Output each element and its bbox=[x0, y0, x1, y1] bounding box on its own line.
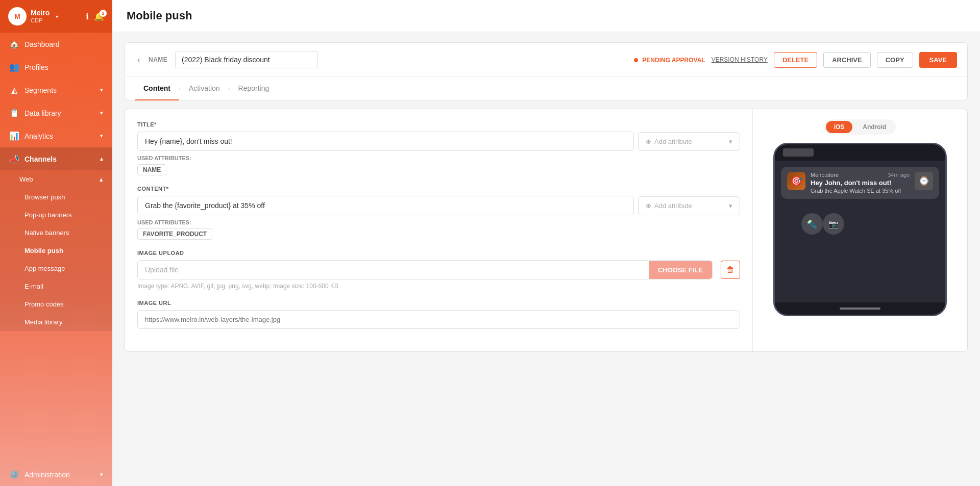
sidebar-item-analytics[interactable]: 📊 Analytics ▾ bbox=[0, 124, 112, 147]
sidebar-item-native-banners[interactable]: Native banners bbox=[0, 224, 112, 242]
name-label: NAME bbox=[149, 56, 169, 63]
tab-activation-label: Activation bbox=[189, 84, 220, 92]
sidebar-item-browser-push[interactable]: Browser push bbox=[0, 188, 112, 206]
popup-banners-label: Pop-up banners bbox=[24, 211, 72, 219]
android-toggle-button[interactable]: Android bbox=[854, 121, 894, 133]
sidebar-item-label: Analytics bbox=[24, 132, 53, 140]
sidebar-item-label: Dashboard bbox=[24, 40, 60, 48]
mobile-push-label: Mobile push bbox=[24, 247, 63, 254]
preview-panel: iOS Android 🎯 Meiro.store bbox=[753, 109, 967, 351]
info-icon[interactable]: ℹ bbox=[86, 12, 89, 21]
title-input[interactable] bbox=[137, 132, 634, 151]
notification-badge: 2 bbox=[100, 10, 107, 17]
title-attr-badge-name: NAME bbox=[137, 164, 166, 175]
administration-icon: ⚙️ bbox=[9, 470, 19, 479]
content-field-group: CONTENT* ⊕ Add attribute ▾ USED ATTRIBUT bbox=[137, 186, 740, 240]
app-message-label: App message bbox=[24, 265, 65, 272]
sidebar-item-app-message[interactable]: App message bbox=[0, 260, 112, 277]
phone-status-bar bbox=[775, 144, 945, 161]
sidebar-item-administration[interactable]: ⚙️ Administration ▾ bbox=[0, 463, 112, 486]
sidebar-item-email[interactable]: E-mail bbox=[0, 277, 112, 295]
brand-name: Meiro bbox=[31, 9, 50, 17]
delete-button[interactable]: DELETE bbox=[774, 52, 817, 68]
title-field-label: TITLE* bbox=[137, 121, 740, 127]
sidebar-item-label: Segments bbox=[24, 86, 57, 94]
title-field-group: TITLE* ⊕ Add attribute ▾ USED ATTRIBUTES bbox=[137, 121, 740, 175]
sidebar-item-dashboard[interactable]: 🏠 Dashboard bbox=[0, 33, 112, 56]
brand-info: Meiro CDP bbox=[31, 9, 50, 24]
content-input-row: ⊕ Add attribute ▾ bbox=[137, 196, 740, 215]
data-library-icon: 📋 bbox=[9, 108, 19, 118]
image-url-label: IMAGE URL bbox=[137, 300, 740, 306]
content-input[interactable] bbox=[137, 196, 634, 215]
channels-icon: 📣 bbox=[9, 154, 19, 164]
data-library-chevron: ▾ bbox=[100, 110, 103, 116]
image-upload-label: IMAGE UPLOAD bbox=[137, 250, 740, 256]
sidebar-item-segments[interactable]: ◭ Segments ▾ bbox=[0, 79, 112, 101]
channels-submenu: Web ▴ Browser push Pop-up banners Native… bbox=[0, 170, 112, 331]
archive-button[interactable]: ARCHIVE bbox=[823, 52, 871, 68]
preview-toggle: iOS Android bbox=[824, 119, 896, 135]
title-used-attrs-section: USED ATTRIBUTES: NAME bbox=[137, 155, 740, 175]
attr-icon: ⊕ bbox=[646, 138, 651, 145]
home-bar-line bbox=[840, 308, 880, 310]
delete-upload-button[interactable]: 🗑 bbox=[721, 261, 740, 279]
phone-mockup: 🎯 Meiro.store 34m ago Hey John, don't mi… bbox=[773, 143, 947, 316]
title-input-row: ⊕ Add attribute ▾ bbox=[137, 132, 740, 151]
ios-toggle-button[interactable]: iOS bbox=[826, 121, 853, 133]
main-area: Mobile push ‹ NAME PENDING APPROVAL VERS… bbox=[112, 0, 980, 486]
notif-thumbnail: ⌚ bbox=[915, 172, 933, 190]
page-title: Mobile push bbox=[127, 9, 966, 22]
status-area: PENDING APPROVAL VERSION HISTORY DELETE … bbox=[634, 52, 957, 68]
version-history-link[interactable]: VERSION HISTORY bbox=[712, 56, 768, 63]
content-attr-select[interactable]: ⊕ Add attribute ▾ bbox=[638, 196, 740, 215]
brand-chevron[interactable]: ▾ bbox=[56, 14, 58, 19]
save-button[interactable]: SAVE bbox=[919, 52, 957, 68]
phone-bottom-icons: 🔦 📷 bbox=[781, 205, 865, 243]
native-banners-label: Native banners bbox=[24, 229, 69, 237]
camera-icon: 📷 bbox=[823, 213, 844, 235]
notif-app-icon: 🎯 bbox=[787, 172, 805, 190]
name-bar-card: ‹ NAME PENDING APPROVAL VERSION HISTORY … bbox=[125, 42, 968, 100]
email-label: E-mail bbox=[24, 283, 43, 290]
image-url-input[interactable] bbox=[137, 310, 740, 329]
choose-file-button[interactable]: CHOOSE FILE bbox=[649, 261, 712, 279]
attr-chevron: ▾ bbox=[729, 138, 732, 145]
file-input-placeholder: Upload file bbox=[138, 261, 649, 279]
form-left: TITLE* ⊕ Add attribute ▾ USED ATTRIBUTES bbox=[125, 109, 753, 351]
title-attr-select[interactable]: ⊕ Add attribute ▾ bbox=[638, 132, 740, 151]
image-upload-row: Upload file CHOOSE FILE 🗑 bbox=[137, 260, 740, 279]
notif-time: 34m ago bbox=[888, 172, 910, 178]
sidebar-item-popup-banners[interactable]: Pop-up banners bbox=[0, 206, 112, 224]
web-chevron: ▴ bbox=[100, 175, 103, 183]
notif-app-name: Meiro.store bbox=[811, 172, 839, 178]
sidebar-item-mobile-push[interactable]: Mobile push bbox=[0, 242, 112, 260]
sidebar-item-channels[interactable]: 📣 Channels ▴ bbox=[0, 147, 112, 170]
title-attr-placeholder: Add attribute bbox=[654, 138, 692, 145]
web-submenu-header[interactable]: Web ▴ bbox=[0, 170, 112, 188]
sidebar-header: M Meiro CDP ▾ ℹ 🔔 2 bbox=[0, 0, 112, 33]
campaign-name-input[interactable] bbox=[175, 51, 318, 68]
content-used-attrs-section: USED ATTRIBUTES: FAVORITE_PRODUCT bbox=[137, 219, 740, 240]
notifications-icon[interactable]: 🔔 2 bbox=[94, 12, 104, 21]
analytics-icon: 📊 bbox=[9, 131, 19, 141]
segments-chevron: ▾ bbox=[100, 87, 103, 93]
sidebar-item-promo-codes[interactable]: Promo codes bbox=[0, 295, 112, 313]
notif-content: Meiro.store 34m ago Hey John, don't miss… bbox=[811, 172, 910, 194]
notif-title: Hey John, don't miss out! bbox=[811, 179, 910, 187]
tab-activation[interactable]: Activation bbox=[181, 77, 228, 100]
sidebar-item-profiles[interactable]: 👥 Profiles bbox=[0, 56, 112, 79]
segments-icon: ◭ bbox=[9, 85, 19, 95]
notif-body: Grab the Apple Watch SE at 35% off bbox=[811, 188, 910, 194]
tab-reporting[interactable]: Reporting bbox=[230, 77, 278, 100]
sidebar-item-label: Data library bbox=[24, 109, 61, 117]
back-button[interactable]: ‹ bbox=[135, 55, 142, 65]
sidebar-item-media-library[interactable]: Media library bbox=[0, 313, 112, 331]
form-preview-card: TITLE* ⊕ Add attribute ▾ USED ATTRIBUTES bbox=[125, 109, 968, 352]
copy-button[interactable]: COPY bbox=[877, 52, 913, 68]
status-bar-notch bbox=[783, 148, 814, 157]
tab-content[interactable]: Content bbox=[135, 77, 179, 100]
sidebar-item-data-library[interactable]: 📋 Data library ▾ bbox=[0, 101, 112, 124]
content-area: ‹ NAME PENDING APPROVAL VERSION HISTORY … bbox=[112, 32, 980, 486]
channels-chevron: ▴ bbox=[100, 156, 103, 162]
